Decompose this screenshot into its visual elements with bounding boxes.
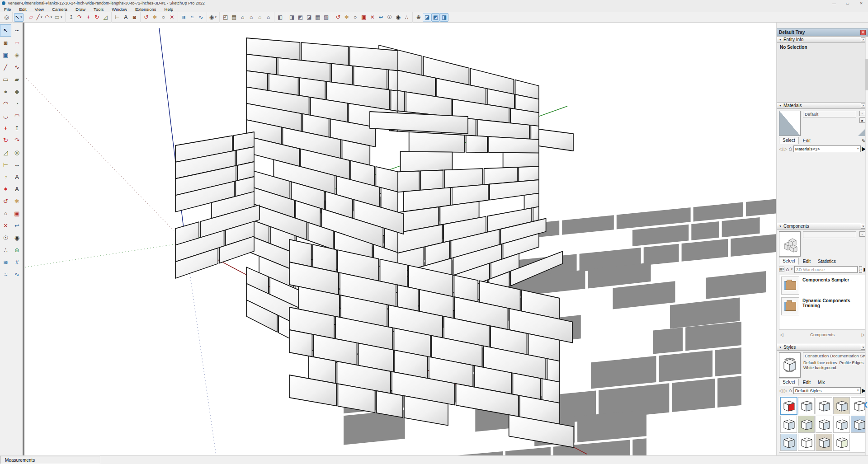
move-tool-icon[interactable]: + [0, 122, 11, 134]
menu-view[interactable]: View [31, 6, 48, 12]
sandbox-from-contours-icon[interactable]: ≋ [179, 13, 188, 22]
paint-bucket-tool-icon[interactable]: ◙ [0, 37, 11, 49]
styles-header[interactable]: ▼ Styles ✕ [777, 344, 868, 351]
rotate-icon[interactable]: ↻ [93, 13, 101, 22]
chevron-down-icon[interactable]: ▼ [214, 16, 217, 19]
components-header[interactable]: ▼ Components ✕ [777, 223, 868, 230]
push-pull-tool-icon[interactable]: ↥ [11, 122, 23, 134]
3d-text-tool-icon[interactable]: A [11, 183, 23, 195]
back-icon[interactable]: ◁ [779, 146, 783, 151]
section-display-cuts-icon[interactable]: ◨ [288, 13, 296, 22]
scale-tool-icon[interactable]: ◿ [0, 146, 11, 159]
look-around-icon[interactable]: ◉ [394, 13, 402, 22]
style-thumbnail-9[interactable] [833, 416, 850, 433]
line-icon[interactable]: ╱▼ [35, 13, 44, 22]
previous-view-icon[interactable]: ↩ [377, 13, 385, 22]
select-icon[interactable]: ↖▼ [14, 13, 24, 22]
tab-styles-edit[interactable]: Edit [800, 380, 814, 386]
x-ray-icon[interactable]: ▧ [322, 13, 330, 22]
page-forward-icon[interactable]: ▷ [862, 332, 865, 337]
chevron-down-icon[interactable]: ▼ [40, 16, 43, 19]
previous-view-tool-icon[interactable]: ↩ [11, 220, 23, 232]
folder-thumbnail[interactable] [781, 277, 799, 295]
circle-tool-icon[interactable]: ● [0, 85, 11, 98]
tray-close-icon[interactable]: ✕ [860, 30, 866, 35]
style-thumbnail-14[interactable] [833, 434, 850, 451]
page-back-icon[interactable]: ◁ [780, 332, 783, 337]
forward-icon[interactable]: ▷ [784, 146, 788, 151]
tab-materials-select[interactable]: Select [779, 137, 799, 144]
two-point-arc-tool-icon[interactable]: ◠ [0, 98, 11, 110]
menu-window[interactable]: Window [108, 6, 131, 12]
tab-components-select[interactable]: Select [779, 258, 799, 265]
tray-scrollbar-thumb[interactable] [865, 59, 868, 90]
style-thumbnail-10[interactable] [851, 416, 866, 433]
search-icon[interactable]: ⌕ [859, 266, 862, 273]
view-options-button[interactable]: ▤▾ [779, 267, 784, 272]
zoom-extents-2-icon[interactable]: ✕ [368, 13, 377, 22]
paint-bucket-icon[interactable]: ◙ [130, 13, 139, 22]
line-tool-icon[interactable]: ╱ [0, 61, 11, 73]
eraser-icon[interactable]: ▱ [27, 13, 35, 22]
section-display-planes-icon[interactable]: ◩ [296, 13, 305, 22]
drape-tool-icon[interactable]: ∿ [11, 268, 23, 281]
top-view-icon[interactable]: ◩ [431, 13, 440, 22]
style-thumbnail-6[interactable] [780, 416, 797, 433]
style-thumbnail-2[interactable] [798, 397, 815, 414]
share-model-icon[interactable]: ⌂ [247, 13, 255, 22]
walk-icon[interactable]: ∴ [402, 13, 411, 22]
make-component-tool-icon[interactable]: ▣ [0, 49, 11, 61]
polygon-tool-icon[interactable]: ◆ [11, 85, 23, 98]
zoom-icon[interactable]: ○ [159, 13, 168, 22]
zoom-2-icon[interactable]: ○ [351, 13, 359, 22]
scale-icon[interactable]: ◿ [101, 13, 110, 22]
pan-2-icon[interactable]: ✱ [342, 13, 351, 22]
zoom-model-icon[interactable]: ◎ [2, 13, 11, 22]
orbit-icon[interactable]: ↺ [142, 13, 151, 22]
zoom-extents-icon[interactable]: ✕ [168, 13, 176, 22]
iso-view-icon[interactable]: ◪ [423, 13, 431, 22]
zoom-tool-icon[interactable]: ○ [0, 207, 11, 220]
list-item[interactable]: Dynamic Components Training [779, 296, 865, 317]
home-icon[interactable]: ⌂ [788, 145, 792, 152]
style-thumbnail-11[interactable] [780, 434, 797, 451]
style-thumbnail-7[interactable] [798, 416, 815, 433]
tab-materials-edit[interactable]: Edit [800, 138, 814, 144]
home-icon[interactable]: ⌂ [786, 266, 789, 272]
share-component-icon[interactable]: ⌂ [255, 13, 264, 22]
materials-collection-dropdown[interactable]: Materials<1> ▾ [793, 145, 861, 152]
follow-me-icon[interactable]: ↷ [75, 13, 84, 22]
move-icon[interactable]: + [84, 13, 93, 22]
tray-title-bar[interactable]: Default Tray ✕ [777, 28, 868, 36]
close-button[interactable]: ✕ [854, 0, 868, 6]
chevron-down-icon[interactable]: ▼ [60, 16, 63, 19]
measurements-box[interactable]: Measurements [0, 456, 100, 464]
display-secondary-pane-button[interactable]: ▫ [859, 111, 865, 116]
create-material-button[interactable]: ◙ [859, 117, 865, 123]
rotate-tool-icon[interactable]: ↻ [0, 134, 11, 146]
material-preview[interactable] [779, 111, 801, 136]
zoom-extents-tool-icon[interactable]: ✕ [0, 220, 11, 232]
folder-thumbnail[interactable] [781, 297, 799, 315]
style-thumbnail-1[interactable] [780, 397, 797, 414]
rotated-rectangle-tool-icon[interactable]: ▰ [11, 73, 23, 85]
arc-tool-icon[interactable]: ◡ [0, 110, 11, 122]
open-model-icon[interactable]: ◰ [221, 13, 230, 22]
pan-icon[interactable]: ✱ [151, 13, 159, 22]
tray-scrollbar[interactable] [865, 37, 868, 455]
orbit-tool-icon[interactable]: ↺ [0, 195, 11, 207]
forward-icon[interactable]: ▷ [784, 388, 788, 393]
style-thumbnail-12[interactable] [798, 434, 815, 451]
tape-measure-tool-icon[interactable]: ⊢ [0, 159, 11, 171]
follow-me-tool-icon[interactable]: ↷ [11, 134, 23, 146]
position-camera-tool-icon[interactable]: ☉ [0, 232, 11, 244]
3d-warehouse-icon[interactable]: ⌂ [238, 13, 247, 22]
menu-draw[interactable]: Draw [71, 6, 90, 12]
minimize-button[interactable]: — [827, 0, 841, 6]
component-preview[interactable] [779, 231, 801, 257]
menu-camera[interactable]: Camera [48, 6, 71, 12]
orbit-2-icon[interactable]: ↺ [334, 13, 342, 22]
style-thumbnail-3[interactable] [816, 397, 832, 414]
style-thumbnail-13[interactable] [816, 434, 832, 451]
list-item[interactable]: Components Sampler [779, 275, 865, 296]
